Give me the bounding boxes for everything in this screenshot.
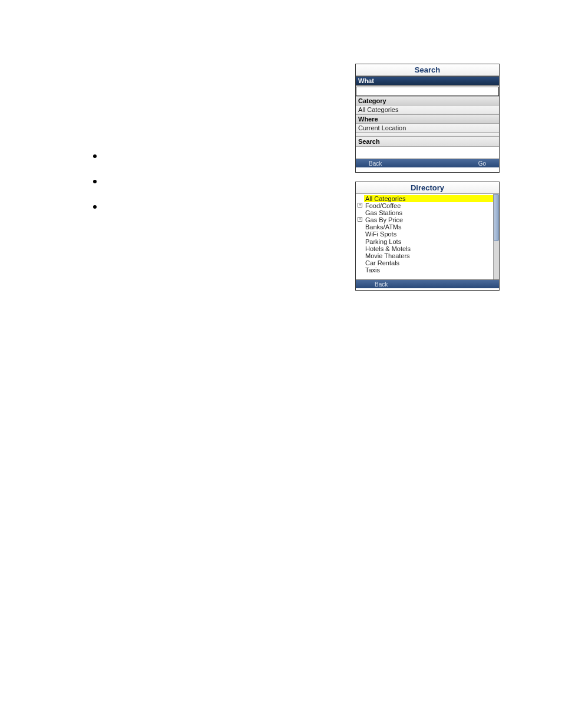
directory-item-label: WiFi Spots bbox=[365, 230, 396, 238]
directory-item-label: Parking Lots bbox=[365, 238, 401, 245]
spacer bbox=[356, 147, 499, 159]
bottom-bar: Back Go bbox=[356, 159, 499, 167]
directory-item[interactable]: All Categories bbox=[364, 195, 493, 202]
directory-item-label: Hotels & Motels bbox=[365, 245, 411, 252]
directory-item[interactable]: +Gas By Price bbox=[364, 216, 493, 223]
bullet-icon bbox=[93, 154, 97, 158]
directory-item-label: Gas By Price bbox=[365, 216, 403, 223]
directory-item[interactable]: Parking Lots bbox=[364, 238, 493, 245]
directory-item-label: Gas Stations bbox=[365, 209, 402, 216]
directory-item-label: Banks/ATMs bbox=[365, 223, 402, 230]
bullet-icon bbox=[93, 205, 97, 209]
bullet-list bbox=[93, 154, 97, 230]
directory-item[interactable]: +Food/Coffee bbox=[364, 202, 493, 209]
directory-item[interactable]: Hotels & Motels bbox=[364, 245, 493, 252]
directory-screen: Directory All Categories+Food/CoffeeGas … bbox=[355, 182, 500, 291]
bullet-icon bbox=[93, 180, 97, 183]
directory-item[interactable]: Gas Stations bbox=[364, 209, 493, 216]
what-input-row bbox=[356, 85, 499, 96]
where-value[interactable]: Current Location bbox=[356, 124, 499, 133]
directory-item[interactable]: Movie Theaters bbox=[364, 252, 493, 259]
directory-item[interactable]: WiFi Spots bbox=[364, 230, 493, 238]
directory-item-label: All Categories bbox=[365, 195, 405, 202]
category-label: Category bbox=[356, 96, 499, 106]
directory-item[interactable]: Car Rentals bbox=[364, 259, 493, 266]
scrollbar[interactable] bbox=[493, 194, 499, 279]
where-label: Where bbox=[356, 114, 499, 124]
directory-item-label: Car Rentals bbox=[365, 259, 399, 266]
directory-item[interactable]: Taxis bbox=[364, 266, 493, 274]
directory-item-label: Movie Theaters bbox=[365, 252, 410, 259]
what-label: What bbox=[356, 76, 499, 85]
scrollbar-thumb[interactable] bbox=[494, 194, 499, 241]
category-value[interactable]: All Categories bbox=[356, 106, 499, 114]
go-button[interactable]: Go bbox=[478, 160, 486, 167]
directory-item-label: Taxis bbox=[365, 266, 380, 274]
back-button[interactable]: Back bbox=[369, 160, 382, 167]
directory-item[interactable]: Banks/ATMs bbox=[364, 223, 493, 230]
what-input[interactable] bbox=[356, 87, 499, 96]
directory-bottom-bar: Back bbox=[356, 279, 499, 288]
search-title: Search bbox=[356, 64, 499, 76]
search-screen: Search What Category All Categories Wher… bbox=[355, 64, 500, 173]
directory-list: All Categories+Food/CoffeeGas Stations+G… bbox=[356, 194, 493, 279]
search-button[interactable]: Search bbox=[356, 136, 499, 147]
back-button[interactable]: Back bbox=[375, 281, 388, 288]
directory-body: All Categories+Food/CoffeeGas Stations+G… bbox=[356, 194, 499, 279]
expand-icon[interactable]: + bbox=[358, 203, 362, 207]
directory-item-label: Food/Coffee bbox=[365, 202, 401, 209]
directory-title: Directory bbox=[356, 182, 499, 194]
expand-icon[interactable]: + bbox=[358, 217, 362, 222]
